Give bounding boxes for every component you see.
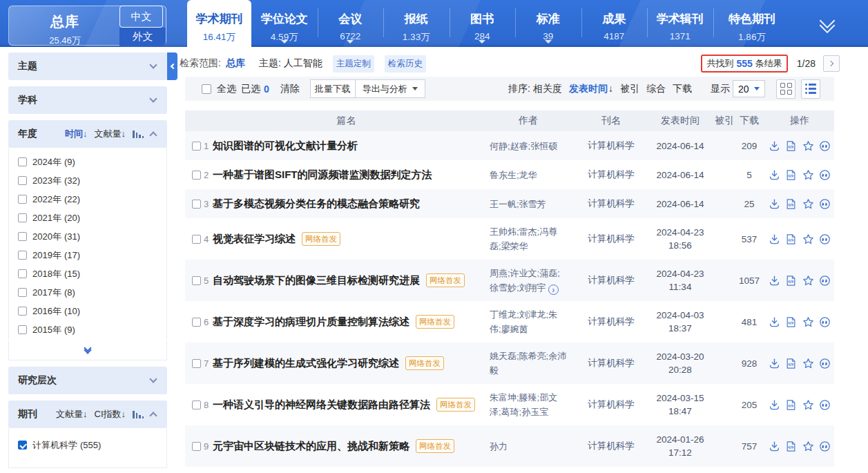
list-view-button[interactable] (801, 79, 820, 99)
row-authors-cell[interactable]: 周燕;许业文;蒲磊;徐雪妙;刘翔宇› (480, 266, 577, 296)
research-level-section-header[interactable]: 研究层次 (8, 367, 167, 394)
authors-text[interactable]: 王帅炜;雷杰;冯尊磊;梁荣华 (490, 226, 557, 251)
discipline-section-header[interactable]: 学科 (8, 86, 167, 114)
row-checkbox[interactable] (192, 442, 201, 451)
journal-name-link[interactable]: 计算机科学 (577, 316, 646, 328)
resource-tab[interactable]: 学位论文 4.59万 (251, 0, 318, 47)
resource-tab[interactable]: 报纸 1.33万 (383, 0, 450, 47)
html-read-icon[interactable] (785, 399, 797, 411)
checkbox-unchecked[interactable] (18, 195, 27, 204)
authors-text[interactable]: 朱富坤;滕臻;邵文泽;葛琦;孙玉宝 (490, 392, 557, 417)
year-filter-item[interactable]: 2022年 (22) (9, 190, 166, 209)
favorite-star-icon[interactable] (802, 198, 814, 210)
article-title-link[interactable]: 基于深度学习的病理切片质量控制算法综述 (213, 315, 409, 329)
favorite-star-icon[interactable] (802, 316, 814, 328)
more-tabs-chevron-icon[interactable] (817, 15, 838, 36)
journal-filter-item[interactable]: 计算机科学 (555) (9, 436, 166, 454)
sort-option[interactable]: 下载 (673, 83, 692, 95)
search-history-button[interactable]: 检索历史 (385, 55, 426, 73)
row-checkbox[interactable] (192, 359, 201, 368)
authors-text[interactable]: 丁维龙;刘津龙;朱伟;廖婉茵 (490, 309, 557, 334)
favorite-star-icon[interactable] (802, 399, 814, 411)
more-authors-icon[interactable]: › (548, 284, 559, 295)
expand-more-years-chevrons-icon[interactable] (9, 340, 166, 357)
authors-text[interactable]: 姚天磊;陈希亮;余沛毅 (490, 351, 566, 376)
resource-tab[interactable]: 学术辑刊 1371 (647, 0, 713, 47)
checkbox-checked[interactable] (18, 441, 27, 450)
row-authors-cell[interactable]: 王一帆;张雪芳 (480, 197, 577, 211)
row-authors-cell[interactable]: 何静;赵睿;张恒硕 (480, 139, 577, 153)
histogram-icon[interactable] (133, 131, 144, 138)
download-icon[interactable] (769, 358, 780, 369)
authors-text[interactable]: 王一帆;张雪芳 (490, 199, 546, 209)
journal-sort-by-ci[interactable]: CI指数↓ (95, 408, 126, 421)
authors-text[interactable]: 孙力 (490, 441, 508, 452)
clear-selection-button[interactable]: 清除 (280, 83, 300, 95)
year-filter-item[interactable]: 2018年 (15) (9, 264, 166, 283)
year-filter-item[interactable]: 2021年 (20) (9, 209, 166, 227)
resource-tab[interactable]: 学术期刊 16.41万 (187, 0, 251, 47)
checkbox-unchecked[interactable] (18, 307, 27, 316)
histogram-icon[interactable] (133, 411, 144, 418)
checkbox-unchecked[interactable] (18, 288, 27, 297)
article-title-link[interactable]: 一种基于谱图SIFT的同源频谱监测数据判定方法 (213, 168, 432, 182)
year-sort-by-count[interactable]: 文献量↓ (95, 128, 126, 140)
sort-option[interactable]: 发表时间↓ (569, 83, 613, 95)
journal-name-link[interactable]: 计算机科学 (577, 168, 646, 181)
checkbox-unchecked[interactable] (18, 269, 27, 278)
total-database-tab[interactable]: 总库 25.46万 (9, 6, 121, 45)
resource-tab[interactable]: 图书 284 (450, 0, 516, 47)
html-read-icon[interactable] (785, 198, 797, 210)
row-checkbox[interactable] (192, 142, 201, 151)
journal-name-link[interactable]: 计算机科学 (577, 197, 646, 210)
sort-option[interactable]: 被引 (620, 83, 639, 95)
year-filter-item[interactable]: 2017年 (8) (9, 283, 166, 302)
article-title-link[interactable]: 视觉表征学习综述 (213, 232, 296, 246)
checkbox-unchecked[interactable] (18, 176, 27, 185)
cite-quote-icon[interactable] (819, 316, 831, 328)
row-checkbox[interactable] (192, 276, 201, 285)
journal-name-link[interactable]: 计算机科学 (577, 139, 646, 152)
row-authors-cell[interactable]: 孙力 (480, 439, 577, 454)
chevron-up-icon[interactable] (149, 412, 157, 419)
year-filter-item[interactable]: 2020年 (31) (9, 227, 166, 246)
favorite-star-icon[interactable] (802, 441, 814, 452)
download-icon[interactable] (769, 233, 780, 245)
download-icon[interactable] (769, 399, 780, 411)
checkbox-unchecked[interactable] (18, 213, 27, 222)
resource-tab[interactable]: 成果 4187 (581, 0, 648, 47)
next-page-button[interactable] (823, 55, 840, 72)
year-filter-item[interactable]: 2016年 (10) (9, 302, 166, 320)
article-title-link[interactable]: 知识图谱的可视化文献计量分析 (213, 139, 358, 153)
cite-quote-icon[interactable] (819, 140, 831, 152)
cite-quote-icon[interactable] (819, 233, 831, 245)
topic-customize-button[interactable]: 主题定制 (333, 55, 374, 73)
download-icon[interactable] (769, 441, 780, 452)
resource-tab[interactable]: 会议 6722 (318, 0, 384, 47)
journal-name-link[interactable]: 计算机科学 (577, 357, 646, 369)
article-title-link[interactable]: 基于序列建模的生成式强化学习研究综述 (213, 356, 399, 370)
article-title-link[interactable]: 元宇宙中区块链技术的应用、挑战和新策略 (213, 439, 409, 453)
resource-tab[interactable]: 特色期刊 1.86万 (713, 0, 791, 47)
subject-section-header[interactable]: 主题 (8, 52, 167, 80)
select-all-checkbox[interactable] (202, 84, 211, 94)
select-all-label[interactable]: 全选 (217, 83, 236, 95)
row-checkbox[interactable] (192, 318, 201, 327)
grid-view-button[interactable] (776, 79, 795, 99)
row-authors-cell[interactable]: 丁维龙;刘津龙;朱伟;廖婉茵 (480, 307, 577, 336)
favorite-star-icon[interactable] (802, 140, 814, 152)
lang-tab-foreign[interactable]: 外文 (119, 28, 166, 46)
row-checkbox[interactable] (192, 235, 201, 244)
year-filter-item[interactable]: 2019年 (17) (9, 246, 166, 264)
article-title-link[interactable]: 一种语义引导的神经网络关键数据路由路径算法 (213, 398, 430, 412)
html-read-icon[interactable] (785, 275, 797, 287)
journal-name-link[interactable]: 计算机科学 (577, 274, 646, 287)
row-authors-cell[interactable]: 姚天磊;陈希亮;余沛毅 (480, 349, 577, 378)
year-sort-by-time[interactable]: 时间↓ (65, 128, 88, 140)
favorite-star-icon[interactable] (802, 169, 814, 181)
checkbox-unchecked[interactable] (18, 251, 27, 260)
resource-tab[interactable]: 标准 39 (515, 0, 581, 47)
html-read-icon[interactable] (785, 233, 797, 245)
checkbox-unchecked[interactable] (18, 232, 27, 241)
chevron-up-icon[interactable] (149, 131, 157, 139)
